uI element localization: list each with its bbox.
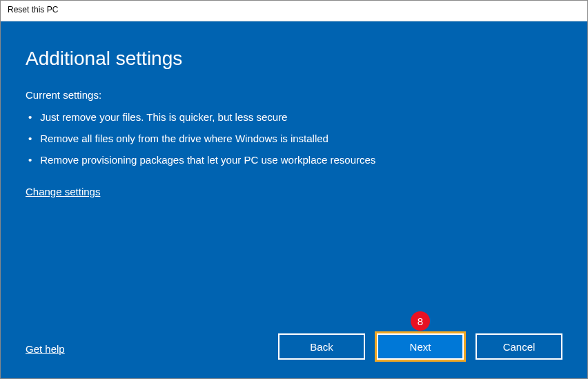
bottom-bar: Get help Back 8 Next Cancel [26,331,562,362]
annotation-badge: 8 [411,311,430,331]
window-title: Reset this PC [8,5,58,14]
list-item-text: Just remove your files. This is quicker,… [40,111,287,123]
list-item-text: Remove all files only from the drive whe… [40,133,329,144]
window-titlebar: Reset this PC [1,1,587,21]
list-item: Remove all files only from the drive whe… [28,128,562,149]
list-item: Just remove your files. This is quicker,… [28,106,562,128]
cancel-button[interactable]: Cancel [476,333,562,360]
get-help-link[interactable]: Get help [26,343,65,355]
list-item-text: Remove provisioning packages that let yo… [40,154,375,166]
next-button-highlight: 8 Next [375,331,466,362]
button-row: Back 8 Next Cancel [278,331,562,362]
change-settings-link[interactable]: Change settings [26,186,100,197]
content-area: Additional settings Current settings: Ju… [1,21,587,378]
current-settings-label: Current settings: [26,89,562,101]
page-heading: Additional settings [26,48,562,70]
settings-list: Just remove your files. This is quicker,… [26,106,562,171]
reset-pc-window: Reset this PC Additional settings Curren… [0,0,588,379]
back-button[interactable]: Back [278,333,365,360]
list-item: Remove provisioning packages that let yo… [28,149,562,171]
next-button[interactable]: Next [377,333,464,360]
